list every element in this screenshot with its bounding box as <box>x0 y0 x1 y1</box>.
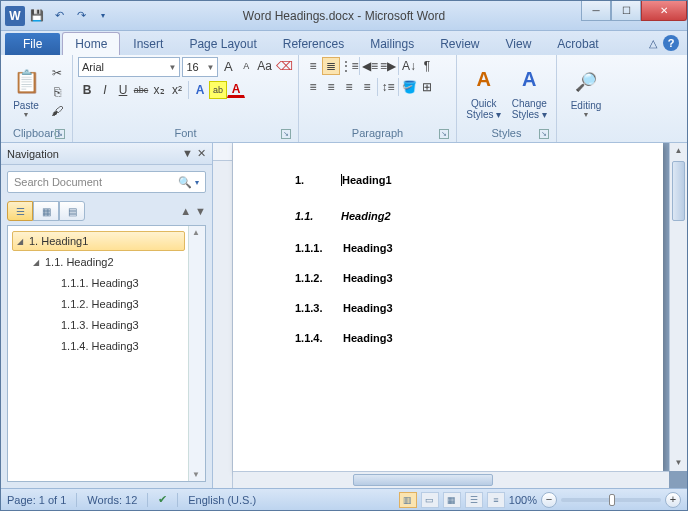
paste-button[interactable]: 📋 Paste ▼ <box>6 57 46 126</box>
proofing-icon[interactable]: ✔ <box>158 493 167 506</box>
nav-scrollbar[interactable] <box>188 226 205 481</box>
document-page[interactable]: 1.Heading1 1.1.Heading2 1.1.1.Heading31.… <box>233 143 663 471</box>
nav-next-icon[interactable]: ▼ <box>195 205 206 217</box>
subscript-button[interactable]: x₂ <box>150 81 168 99</box>
clear-format-icon[interactable]: ⌫ <box>275 57 293 75</box>
grow-font-icon[interactable]: A <box>220 57 236 75</box>
font-launcher-icon[interactable]: ↘ <box>281 129 291 139</box>
heading-3[interactable]: 1.1.1.Heading3 <box>233 239 663 255</box>
show-marks-icon[interactable]: ¶ <box>418 57 436 75</box>
change-case-icon[interactable]: Aa <box>256 57 273 75</box>
minimize-button[interactable]: ─ <box>581 1 611 21</box>
qat-customize-icon[interactable]: ▾ <box>93 6 113 26</box>
quick-styles-button[interactable]: A QuickStyles ▾ <box>462 57 506 126</box>
view-print-layout[interactable]: ▥ <box>399 492 417 508</box>
zoom-out-button[interactable]: − <box>541 492 557 508</box>
nav-tree-item[interactable]: 1.1.3. Heading3 <box>12 315 185 335</box>
vertical-ruler[interactable] <box>213 143 233 488</box>
font-color-icon[interactable]: A <box>227 81 245 98</box>
copy-icon[interactable]: ⎘ <box>48 83 66 101</box>
status-language[interactable]: English (U.S.) <box>188 494 256 506</box>
view-full-screen[interactable]: ▭ <box>421 492 439 508</box>
tab-review[interactable]: Review <box>427 32 492 55</box>
minimize-ribbon-icon[interactable]: △ <box>649 37 657 50</box>
nav-tree-item[interactable]: ◢1.1. Heading2 <box>12 252 185 272</box>
heading-1[interactable]: 1.Heading1 <box>233 167 663 189</box>
editing-button[interactable]: 🔎 Editing ▼ <box>562 57 610 127</box>
highlight-icon[interactable]: ab <box>209 81 227 99</box>
align-right-icon[interactable]: ≡ <box>340 78 358 96</box>
borders-icon[interactable]: ⊞ <box>418 78 436 96</box>
shrink-font-icon[interactable]: A <box>238 57 254 75</box>
styles-launcher-icon[interactable]: ↘ <box>539 129 549 139</box>
help-icon[interactable]: ? <box>663 35 679 51</box>
increase-indent-icon[interactable]: ≡▶ <box>379 57 397 75</box>
nav-tree-item[interactable]: ◢1. Heading1 <box>12 231 185 251</box>
redo-icon[interactable]: ↷ <box>71 6 91 26</box>
nav-view-results[interactable]: ▤ <box>59 201 85 221</box>
tab-home[interactable]: Home <box>62 32 120 55</box>
search-icon[interactable]: 🔍 <box>178 176 192 189</box>
tab-references[interactable]: References <box>270 32 357 55</box>
nav-tree-item[interactable]: 1.1.1. Heading3 <box>12 273 185 293</box>
heading-3[interactable]: 1.1.2.Heading3 <box>233 269 663 285</box>
search-input[interactable]: Search Document 🔍▾ <box>7 171 206 193</box>
strike-button[interactable]: abc <box>132 81 150 99</box>
view-outline[interactable]: ☰ <box>465 492 483 508</box>
heading-3[interactable]: 1.1.3.Heading3 <box>233 299 663 315</box>
sort-icon[interactable]: A↓ <box>400 57 418 75</box>
maximize-button[interactable]: ☐ <box>611 1 641 21</box>
change-styles-button[interactable]: A ChangeStyles ▾ <box>508 57 552 126</box>
vertical-scrollbar[interactable]: ▲▼ <box>669 143 687 471</box>
tab-view[interactable]: View <box>493 32 545 55</box>
clipboard-icon: 📋 <box>10 66 42 98</box>
font-size-combo[interactable]: 16▼ <box>182 57 218 77</box>
paragraph-launcher-icon[interactable]: ↘ <box>439 129 449 139</box>
nav-view-pages[interactable]: ▦ <box>33 201 59 221</box>
numbering-icon[interactable]: ≣ <box>322 57 340 75</box>
underline-button[interactable]: U <box>114 81 132 99</box>
align-left-icon[interactable]: ≡ <box>304 78 322 96</box>
shading-icon[interactable]: 🪣 <box>400 78 418 96</box>
tab-insert[interactable]: Insert <box>120 32 176 55</box>
nav-view-headings[interactable]: ☰ <box>7 201 33 221</box>
text-effects-icon[interactable]: A <box>191 81 209 99</box>
tab-page-layout[interactable]: Page Layout <box>176 32 269 55</box>
nav-tree-item[interactable]: 1.1.2. Heading3 <box>12 294 185 314</box>
nav-tree-item[interactable]: 1.1.4. Heading3 <box>12 336 185 356</box>
superscript-button[interactable]: x² <box>168 81 186 99</box>
horizontal-scrollbar[interactable] <box>233 471 669 488</box>
nav-prev-icon[interactable]: ▲ <box>180 205 191 217</box>
align-center-icon[interactable]: ≡ <box>322 78 340 96</box>
view-draft[interactable]: ≡ <box>487 492 505 508</box>
nav-menu-icon[interactable]: ▼ <box>182 147 193 160</box>
multilevel-icon[interactable]: ⋮≡ <box>340 57 358 75</box>
bold-button[interactable]: B <box>78 81 96 99</box>
justify-icon[interactable]: ≡ <box>358 78 376 96</box>
close-button[interactable]: ✕ <box>641 1 687 21</box>
tab-acrobat[interactable]: Acrobat <box>544 32 611 55</box>
view-web-layout[interactable]: ▦ <box>443 492 461 508</box>
zoom-level[interactable]: 100% <box>509 494 537 506</box>
nav-close-icon[interactable]: ✕ <box>197 147 206 160</box>
undo-icon[interactable]: ↶ <box>49 6 69 26</box>
heading-3[interactable]: 1.1.4.Heading3 <box>233 329 663 345</box>
cut-icon[interactable]: ✂ <box>48 64 66 82</box>
zoom-in-button[interactable]: + <box>665 492 681 508</box>
decrease-indent-icon[interactable]: ◀≡ <box>361 57 379 75</box>
status-page[interactable]: Page: 1 of 1 <box>7 494 66 506</box>
word-icon[interactable]: W <box>5 6 25 26</box>
bullets-icon[interactable]: ≡ <box>304 57 322 75</box>
font-name-combo[interactable]: Arial▼ <box>78 57 180 77</box>
line-spacing-icon[interactable]: ↕≡ <box>379 78 397 96</box>
format-painter-icon[interactable]: 🖌 <box>48 102 66 120</box>
italic-button[interactable]: I <box>96 81 114 99</box>
status-words[interactable]: Words: 12 <box>87 494 137 506</box>
tab-mailings[interactable]: Mailings <box>357 32 427 55</box>
file-tab[interactable]: File <box>5 33 60 55</box>
zoom-slider[interactable] <box>561 498 661 502</box>
heading-2[interactable]: 1.1.Heading2 <box>233 205 663 225</box>
group-paragraph: Paragraph↘ <box>304 126 451 140</box>
save-icon[interactable]: 💾 <box>27 6 47 26</box>
clipboard-launcher-icon[interactable]: ↘ <box>55 129 65 139</box>
